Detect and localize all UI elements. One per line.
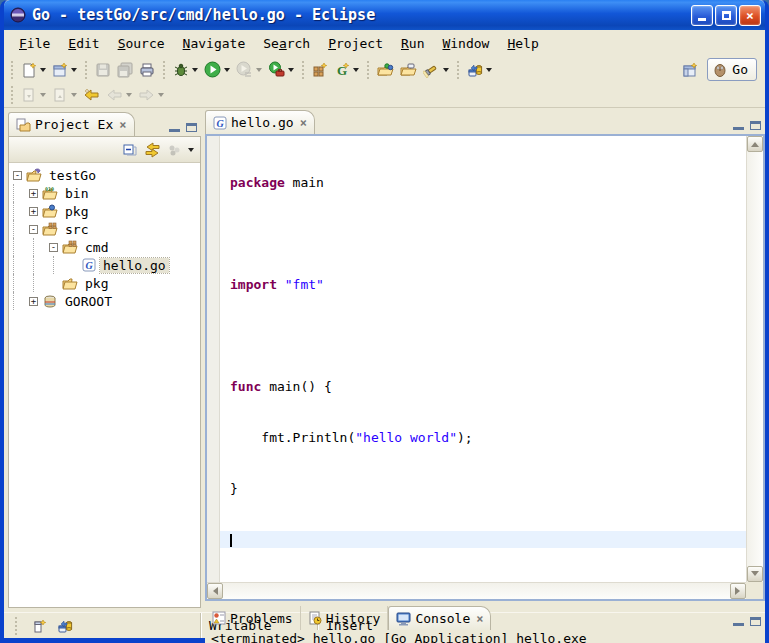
new-project-button[interactable] <box>49 58 80 81</box>
scroll-up-button[interactable] <box>747 136 763 152</box>
tab-project-explorer[interactable]: Project Ex × <box>8 112 135 136</box>
editor-marker-bar[interactable] <box>207 136 220 582</box>
editor-vertical-scrollbar[interactable] <box>746 136 763 582</box>
menu-source[interactable]: Source <box>109 33 174 54</box>
expander-icon[interactable]: + <box>29 297 38 306</box>
editor-horizontal-scrollbar[interactable] <box>207 582 746 599</box>
code-line-current <box>220 531 746 548</box>
collapse-all-button[interactable] <box>122 142 138 158</box>
close-editor-icon[interactable]: × <box>300 116 307 130</box>
toolbar-grip[interactable] <box>367 61 369 79</box>
toolbar-grip[interactable] <box>11 86 13 104</box>
sync-status-icon[interactable] <box>57 618 73 634</box>
go-perspective-button[interactable]: Go <box>707 58 757 81</box>
menu-help[interactable]: Help <box>498 33 547 54</box>
close-button[interactable]: × <box>739 5 761 26</box>
minimize-console-button[interactable] <box>733 623 744 626</box>
last-edit-location-button[interactable] <box>80 84 103 107</box>
tab-history[interactable]: History <box>301 606 389 630</box>
previous-annotation-button[interactable] <box>49 84 80 107</box>
view-menu-icon[interactable] <box>167 143 182 157</box>
close-view-icon[interactable]: × <box>119 118 126 132</box>
fast-view-button[interactable] <box>32 618 47 634</box>
debug-button[interactable] <box>170 58 201 81</box>
menu-file[interactable]: File <box>10 33 59 54</box>
print-icon <box>139 62 155 78</box>
close-console-icon[interactable]: × <box>476 612 483 626</box>
save-button[interactable] <box>92 58 114 81</box>
print-button[interactable] <box>136 58 158 81</box>
dropdown-arrow-icon <box>353 68 359 72</box>
expander-icon[interactable]: - <box>49 243 58 252</box>
title-bar[interactable]: Go - testGo/src/cmd/hello.go - Eclipse × <box>4 0 765 30</box>
maximize-console-button[interactable] <box>750 617 761 626</box>
toolbar-grip[interactable] <box>11 61 13 79</box>
back-button[interactable] <box>103 84 135 107</box>
view-menu-dropdown[interactable] <box>188 148 194 152</box>
link-with-editor-button[interactable] <box>144 142 161 158</box>
new-go-package-button[interactable] <box>309 58 331 81</box>
new-wizard-button[interactable] <box>18 58 49 81</box>
tab-hello-go[interactable]: G hello.go × <box>205 110 315 134</box>
search-button[interactable] <box>420 58 452 81</box>
expander-icon[interactable]: - <box>29 225 38 234</box>
toolbar-grip[interactable] <box>85 61 87 79</box>
external-tools-button[interactable] <box>265 58 297 81</box>
code-area[interactable]: package main import "fmt" func main() { … <box>220 136 746 582</box>
console-icon <box>396 612 411 626</box>
tree-item-bin[interactable]: + 010 bin <box>9 184 200 202</box>
menu-window[interactable]: Window <box>433 33 498 54</box>
tree-item-pkg-src[interactable]: pkg <box>9 274 200 292</box>
tab-problems[interactable]: Problems <box>205 606 301 630</box>
editor-tab-label: hello.go <box>231 115 294 130</box>
tree-item-hello-go[interactable]: G hello.go <box>9 256 200 274</box>
menu-project[interactable]: Project <box>319 33 392 54</box>
import-button[interactable] <box>374 58 397 81</box>
save-all-button[interactable] <box>114 58 136 81</box>
expander-icon[interactable]: + <box>29 207 38 216</box>
menu-run[interactable]: Run <box>392 33 433 54</box>
external-tools-icon <box>268 61 285 78</box>
minimize-editor-button[interactable] <box>733 127 744 130</box>
tree-item-goroot[interactable]: + GOROOT <box>9 292 200 310</box>
menu-search[interactable]: Search <box>254 33 319 54</box>
tree-item-cmd[interactable]: - cmd <box>9 238 200 256</box>
export-button[interactable] <box>397 58 420 81</box>
minimize-view-button[interactable] <box>169 129 180 132</box>
code-line: fmt.Println("hello world"); <box>220 429 746 446</box>
tab-console[interactable]: Console × <box>388 606 491 630</box>
tree-item-pkg-top[interactable]: + pkg <box>9 202 200 220</box>
forward-button[interactable] <box>135 84 167 107</box>
expander-icon[interactable]: + <box>29 189 38 198</box>
svg-text:010: 010 <box>45 186 54 192</box>
menu-edit[interactable]: Edit <box>59 33 108 54</box>
dropdown-arrow-icon <box>71 68 77 72</box>
scroll-left-button[interactable] <box>207 583 223 599</box>
tree-item-testgo[interactable]: - testGo <box>9 166 200 184</box>
src-folder-icon <box>62 240 78 255</box>
forward-arrow-icon <box>138 87 155 103</box>
maximize-editor-button[interactable] <box>750 121 761 130</box>
minimize-button[interactable] <box>691 5 713 26</box>
toolbar-grip[interactable] <box>302 61 304 79</box>
scroll-right-button[interactable] <box>730 583 746 599</box>
statusbar-grip[interactable] <box>15 617 17 635</box>
scroll-down-button[interactable] <box>747 566 763 582</box>
arrow-right-icon <box>735 587 744 595</box>
new-go-file-button[interactable]: G <box>331 58 362 81</box>
maximize-view-button[interactable] <box>186 123 197 132</box>
maximize-button[interactable] <box>715 5 737 26</box>
run-last-button[interactable] <box>233 58 265 81</box>
workbench-area: Project Ex × - <box>4 108 765 612</box>
arrow-up-icon <box>751 138 759 147</box>
expander-icon[interactable]: - <box>13 171 22 180</box>
menu-navigate[interactable]: Navigate <box>174 33 255 54</box>
run-button[interactable] <box>201 58 233 81</box>
open-perspective-button[interactable] <box>679 58 701 81</box>
next-annotation-button[interactable] <box>18 84 49 107</box>
tree-item-src[interactable]: - src <box>9 220 200 238</box>
back-arrow-icon <box>106 87 123 103</box>
sync-button[interactable] <box>464 58 495 81</box>
toolbar-grip[interactable] <box>163 61 165 79</box>
toolbar-grip[interactable] <box>457 61 459 79</box>
